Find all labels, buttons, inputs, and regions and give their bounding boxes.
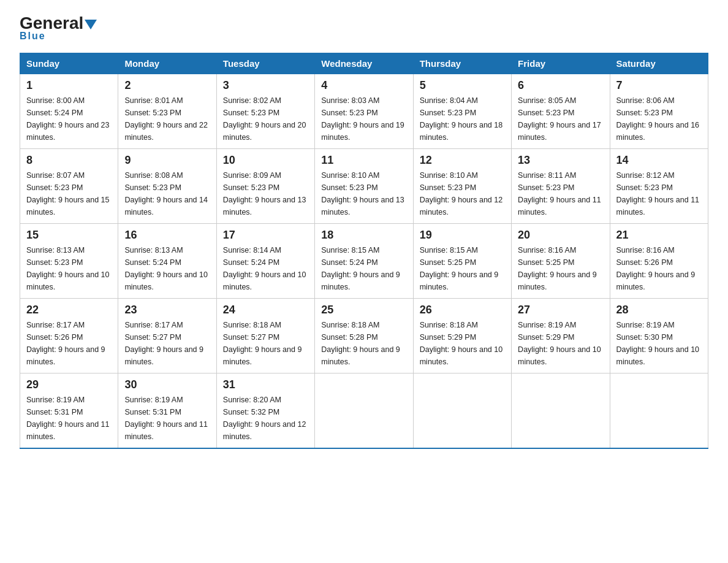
day-cell: 5 Sunrise: 8:04 AM Sunset: 5:23 PM Dayli… — [413, 74, 511, 149]
day-number: 24 — [223, 304, 308, 316]
day-cell: 1 Sunrise: 8:00 AM Sunset: 5:24 PM Dayli… — [20, 74, 118, 149]
day-number: 23 — [124, 304, 210, 316]
day-info: Sunrise: 8:10 AM Sunset: 5:23 PM Dayligh… — [420, 169, 505, 218]
day-cell — [512, 373, 610, 449]
day-cell: 23 Sunrise: 8:17 AM Sunset: 5:27 PM Dayl… — [118, 299, 216, 373]
day-cell: 8 Sunrise: 8:07 AM Sunset: 5:23 PM Dayli… — [20, 149, 118, 224]
day-info: Sunrise: 8:19 AM Sunset: 5:31 PM Dayligh… — [124, 394, 210, 443]
day-info: Sunrise: 8:16 AM Sunset: 5:26 PM Dayligh… — [616, 244, 702, 293]
logo-blue-text: Blue — [20, 31, 46, 42]
day-info: Sunrise: 8:03 AM Sunset: 5:23 PM Dayligh… — [321, 94, 406, 144]
day-number: 13 — [518, 154, 603, 167]
day-cell: 10 Sunrise: 8:09 AM Sunset: 5:23 PM Dayl… — [216, 149, 314, 224]
day-cell: 13 Sunrise: 8:11 AM Sunset: 5:23 PM Dayl… — [512, 149, 610, 224]
day-cell: 16 Sunrise: 8:13 AM Sunset: 5:24 PM Dayl… — [118, 224, 216, 299]
day-cell: 17 Sunrise: 8:14 AM Sunset: 5:24 PM Dayl… — [216, 224, 314, 299]
week-row-3: 15 Sunrise: 8:13 AM Sunset: 5:23 PM Dayl… — [20, 224, 708, 299]
day-cell: 20 Sunrise: 8:16 AM Sunset: 5:25 PM Dayl… — [512, 224, 610, 299]
day-number: 20 — [518, 229, 603, 242]
day-number: 10 — [223, 154, 308, 167]
day-number: 25 — [321, 304, 406, 316]
day-cell: 7 Sunrise: 8:06 AM Sunset: 5:23 PM Dayli… — [610, 74, 708, 149]
day-info: Sunrise: 8:19 AM Sunset: 5:31 PM Dayligh… — [26, 394, 112, 443]
calendar-table: SundayMondayTuesdayWednesdayThursdayFrid… — [20, 53, 708, 449]
day-number: 30 — [124, 378, 210, 391]
day-cell: 9 Sunrise: 8:08 AM Sunset: 5:23 PM Dayli… — [118, 149, 216, 224]
day-cell: 24 Sunrise: 8:18 AM Sunset: 5:27 PM Dayl… — [216, 299, 314, 373]
weekday-header-tuesday: Tuesday — [216, 53, 314, 74]
day-number: 9 — [124, 154, 210, 167]
logo-triangle-icon — [85, 20, 97, 29]
day-info: Sunrise: 8:08 AM Sunset: 5:23 PM Dayligh… — [124, 169, 210, 218]
day-info: Sunrise: 8:07 AM Sunset: 5:23 PM Dayligh… — [26, 169, 112, 218]
day-info: Sunrise: 8:11 AM Sunset: 5:23 PM Dayligh… — [518, 169, 603, 218]
day-cell: 18 Sunrise: 8:15 AM Sunset: 5:24 PM Dayl… — [315, 224, 413, 299]
weekday-header-wednesday: Wednesday — [315, 53, 413, 74]
day-info: Sunrise: 8:13 AM Sunset: 5:24 PM Dayligh… — [124, 244, 210, 293]
day-number: 1 — [26, 79, 112, 92]
day-info: Sunrise: 8:19 AM Sunset: 5:30 PM Dayligh… — [616, 319, 702, 368]
day-info: Sunrise: 8:06 AM Sunset: 5:23 PM Dayligh… — [616, 94, 702, 144]
day-cell: 26 Sunrise: 8:18 AM Sunset: 5:29 PM Dayl… — [413, 299, 511, 373]
day-number: 6 — [518, 79, 603, 92]
day-info: Sunrise: 8:00 AM Sunset: 5:24 PM Dayligh… — [26, 94, 112, 144]
weekday-header-saturday: Saturday — [610, 53, 708, 74]
day-number: 27 — [518, 304, 603, 316]
day-number: 5 — [420, 79, 505, 92]
day-info: Sunrise: 8:13 AM Sunset: 5:23 PM Dayligh… — [26, 244, 112, 293]
week-row-1: 1 Sunrise: 8:00 AM Sunset: 5:24 PM Dayli… — [20, 74, 708, 149]
day-number: 7 — [616, 79, 702, 92]
weekday-header-friday: Friday — [512, 53, 610, 74]
weekday-header-thursday: Thursday — [413, 53, 511, 74]
day-info: Sunrise: 8:05 AM Sunset: 5:23 PM Dayligh… — [518, 94, 603, 144]
day-cell: 14 Sunrise: 8:12 AM Sunset: 5:23 PM Dayl… — [610, 149, 708, 224]
day-info: Sunrise: 8:17 AM Sunset: 5:26 PM Dayligh… — [26, 319, 112, 368]
day-info: Sunrise: 8:12 AM Sunset: 5:23 PM Dayligh… — [616, 169, 702, 218]
day-number: 19 — [420, 229, 505, 242]
day-cell: 4 Sunrise: 8:03 AM Sunset: 5:23 PM Dayli… — [315, 74, 413, 149]
day-cell — [610, 373, 708, 449]
day-cell: 27 Sunrise: 8:19 AM Sunset: 5:29 PM Dayl… — [512, 299, 610, 373]
day-number: 28 — [616, 304, 702, 316]
day-cell: 31 Sunrise: 8:20 AM Sunset: 5:32 PM Dayl… — [216, 373, 314, 449]
week-row-5: 29 Sunrise: 8:19 AM Sunset: 5:31 PM Dayl… — [20, 373, 708, 449]
day-cell: 12 Sunrise: 8:10 AM Sunset: 5:23 PM Dayl… — [413, 149, 511, 224]
day-number: 3 — [223, 79, 308, 92]
day-info: Sunrise: 8:18 AM Sunset: 5:29 PM Dayligh… — [420, 319, 505, 368]
week-row-2: 8 Sunrise: 8:07 AM Sunset: 5:23 PM Dayli… — [20, 149, 708, 224]
day-cell: 11 Sunrise: 8:10 AM Sunset: 5:23 PM Dayl… — [315, 149, 413, 224]
day-number: 18 — [321, 229, 406, 242]
day-info: Sunrise: 8:16 AM Sunset: 5:25 PM Dayligh… — [518, 244, 603, 293]
page-header: General Blue — [20, 15, 708, 42]
day-cell: 6 Sunrise: 8:05 AM Sunset: 5:23 PM Dayli… — [512, 74, 610, 149]
day-number: 4 — [321, 79, 406, 92]
day-info: Sunrise: 8:10 AM Sunset: 5:23 PM Dayligh… — [321, 169, 406, 218]
day-info: Sunrise: 8:17 AM Sunset: 5:27 PM Dayligh… — [124, 319, 210, 368]
day-info: Sunrise: 8:09 AM Sunset: 5:23 PM Dayligh… — [223, 169, 308, 218]
day-info: Sunrise: 8:18 AM Sunset: 5:27 PM Dayligh… — [223, 319, 308, 368]
logo-general-text: General — [20, 15, 83, 32]
day-info: Sunrise: 8:02 AM Sunset: 5:23 PM Dayligh… — [223, 94, 308, 144]
calendar-header-row: SundayMondayTuesdayWednesdayThursdayFrid… — [20, 53, 708, 74]
weekday-header-monday: Monday — [118, 53, 216, 74]
day-number: 26 — [420, 304, 505, 316]
day-number: 2 — [124, 79, 210, 92]
day-cell: 29 Sunrise: 8:19 AM Sunset: 5:31 PM Dayl… — [20, 373, 118, 449]
day-cell: 22 Sunrise: 8:17 AM Sunset: 5:26 PM Dayl… — [20, 299, 118, 373]
day-info: Sunrise: 8:18 AM Sunset: 5:28 PM Dayligh… — [321, 319, 406, 368]
day-cell: 21 Sunrise: 8:16 AM Sunset: 5:26 PM Dayl… — [610, 224, 708, 299]
day-info: Sunrise: 8:14 AM Sunset: 5:24 PM Dayligh… — [223, 244, 308, 293]
day-number: 21 — [616, 229, 702, 242]
day-number: 8 — [26, 154, 112, 167]
week-row-4: 22 Sunrise: 8:17 AM Sunset: 5:26 PM Dayl… — [20, 299, 708, 373]
day-cell: 15 Sunrise: 8:13 AM Sunset: 5:23 PM Dayl… — [20, 224, 118, 299]
day-cell: 3 Sunrise: 8:02 AM Sunset: 5:23 PM Dayli… — [216, 74, 314, 149]
day-number: 14 — [616, 154, 702, 167]
day-cell — [315, 373, 413, 449]
day-info: Sunrise: 8:01 AM Sunset: 5:23 PM Dayligh… — [124, 94, 210, 144]
day-info: Sunrise: 8:20 AM Sunset: 5:32 PM Dayligh… — [223, 394, 308, 443]
day-info: Sunrise: 8:15 AM Sunset: 5:24 PM Dayligh… — [321, 244, 406, 293]
weekday-header-sunday: Sunday — [20, 53, 118, 74]
day-cell: 19 Sunrise: 8:15 AM Sunset: 5:25 PM Dayl… — [413, 224, 511, 299]
day-cell — [413, 373, 511, 449]
